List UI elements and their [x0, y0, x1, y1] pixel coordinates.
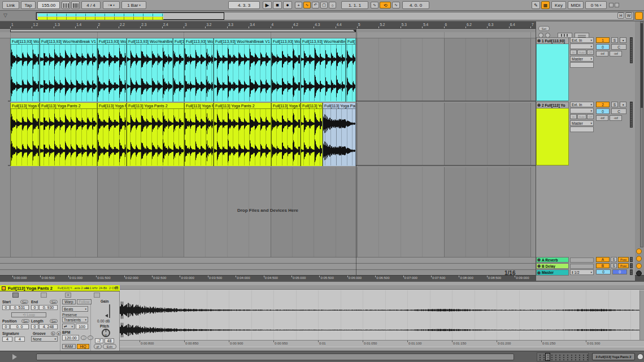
- loop-button[interactable]: ⟲: [380, 2, 391, 8]
- loop-toggle-button[interactable]: ⟲Loop: [11, 312, 46, 317]
- return-b-field[interactable]: [570, 264, 594, 269]
- gain-slider[interactable]: [109, 304, 110, 318]
- return-track-a-header[interactable]: ◉A Reverb A S Post: [536, 257, 636, 263]
- record-button[interactable]: ●: [283, 1, 292, 9]
- track-1-input-channel-chooser[interactable]: ▾: [570, 43, 594, 49]
- returns-show-toggle[interactable]: [636, 263, 642, 269]
- track-2-solo-button[interactable]: S: [611, 102, 618, 107]
- position-bars-field[interactable]: 0: [2, 324, 10, 329]
- transpose-field[interactable]: -7: [95, 338, 103, 343]
- transient-loop-mode-chooser[interactable]: ⇄▾: [62, 324, 75, 329]
- save-sample-icon[interactable]: ▤: [115, 286, 119, 290]
- mixer-show-toggle[interactable]: [636, 271, 642, 276]
- groove-menu-button[interactable]: ▾: [56, 332, 61, 335]
- segment-bpm-field[interactable]: 120.00: [62, 335, 79, 341]
- loop-length-field[interactable]: 4. 0. 0: [402, 1, 429, 9]
- arrangement-clip[interactable]: Full[113,93] WooYe: [10, 38, 40, 102]
- return-b-name[interactable]: ◉B Delay: [536, 263, 569, 269]
- sample-display[interactable]: 0:00:8000:00:8500:00:9000:00:9500:010:01…: [120, 285, 644, 352]
- key-map-button[interactable]: Key: [551, 1, 566, 9]
- detune-field[interactable]: 48: [105, 338, 114, 343]
- punch-in-button[interactable]: ∿: [371, 2, 378, 8]
- track-1-arm-button[interactable]: ●: [620, 37, 626, 43]
- io-show-toggle[interactable]: [636, 248, 642, 254]
- arrangement-clip[interactable]: Full[113,93] WooYeahBreak V1 1: [40, 38, 97, 102]
- notification-lamp-icon[interactable]: [637, 354, 643, 360]
- cpu-meter[interactable]: 0 %▾: [585, 1, 607, 9]
- return-lane-a[interactable]: [0, 257, 536, 263]
- clip-title-bar[interactable]: Full[113] Yoga Pants 2 Full[113] Y...ant…: [0, 285, 120, 291]
- transient-envelope-field[interactable]: 100: [76, 324, 88, 329]
- track-2-output-channel-chooser[interactable]: [570, 127, 594, 132]
- track-2-name[interactable]: ◉2 Full[113] Yo: [536, 102, 569, 108]
- end-bars-field[interactable]: 0: [31, 305, 38, 310]
- set-locator-button[interactable]: Set: [538, 26, 550, 31]
- transients-chooser[interactable]: Transients▾: [62, 317, 88, 322]
- arrangement-position-field[interactable]: 4. 3. 3: [228, 1, 260, 9]
- track-1-monitor-off[interactable]: Off: [587, 50, 594, 55]
- master-pan[interactable]: 0: [612, 269, 627, 274]
- length-set-button[interactable]: Set: [50, 319, 58, 323]
- track-width-button[interactable]: W: [625, 12, 632, 19]
- vertical-scrollbar[interactable]: [640, 21, 643, 247]
- master-lane[interactable]: [0, 269, 536, 275]
- link-button[interactable]: Link: [2, 1, 19, 9]
- arrangement-clip[interactable]: Full[113] Yoga Pant: [10, 103, 40, 166]
- current-clip-badge[interactable]: 2-Full[113] Yoga Pants 2: [592, 353, 635, 360]
- arrangement-clip[interactable]: Full[113,93] WooYeahBrea: [301, 38, 346, 102]
- midi-map-button[interactable]: MIDI: [568, 1, 584, 9]
- track-2-pan[interactable]: C: [611, 108, 626, 114]
- start-bars-field[interactable]: 0: [2, 305, 10, 310]
- length-bars-field[interactable]: 0: [31, 324, 38, 329]
- track-height-button[interactable]: H: [617, 12, 624, 19]
- track-2-monitor-in[interactable]: In: [570, 114, 577, 119]
- end-set-button[interactable]: Set: [50, 300, 58, 304]
- tab-clip-box[interactable]: [12, 293, 19, 298]
- sample-vscroll[interactable]: [639, 290, 644, 340]
- arrangement-clip[interactable]: Full[113,93] WooYeahBreak V1 1: [214, 38, 271, 102]
- follow-button[interactable]: Follow: [77, 299, 92, 304]
- tap-tempo-button[interactable]: Tap: [21, 1, 36, 9]
- draw-mode-button[interactable]: ✎: [532, 1, 540, 9]
- groove-chooser[interactable]: None▾: [31, 336, 58, 342]
- reenable-automation-button[interactable]: ↶: [312, 2, 319, 8]
- scrub-area[interactable]: [0, 32, 536, 38]
- arrangement-clip[interactable]: Full[113] Yoga Pant: [323, 103, 356, 166]
- master-name[interactable]: ◉Master: [536, 269, 569, 276]
- arrangement-clip[interactable]: Full[113,93] WooYeahBre: [127, 38, 173, 102]
- midi-note-grid[interactable]: [537, 352, 589, 361]
- arrangement-overview[interactable]: [36, 12, 634, 20]
- arrangement-clip[interactable]: Full[1: [173, 38, 184, 102]
- preview-play-icon[interactable]: [12, 354, 17, 360]
- return-a-post-toggle[interactable]: Post: [618, 257, 629, 262]
- signature-numerator-field[interactable]: 4: [2, 337, 12, 342]
- arrangement-clip[interactable]: Full[113,93] WooYe: [271, 38, 301, 102]
- track-1-color-swatch[interactable]: [536, 44, 569, 101]
- return-a-solo-button[interactable]: S: [611, 257, 617, 262]
- sends-show-toggle[interactable]: [636, 256, 642, 261]
- sample-time-ruler[interactable]: 0:00:8000:00:8500:00:9000:00:9500:010:01…: [120, 340, 644, 347]
- return-track-b-header[interactable]: ◉B Delay B S Post: [536, 263, 636, 269]
- master-volume[interactable]: 0: [596, 269, 611, 274]
- tempo-field[interactable]: 155.00: [37, 1, 60, 9]
- nudge-down-button[interactable]: [62, 1, 70, 9]
- play-button[interactable]: ▶: [263, 1, 272, 9]
- time-signature-field[interactable]: 4 / 4: [81, 1, 101, 9]
- groove-commit-button[interactable]: ↻: [51, 332, 55, 335]
- overview-viewport[interactable]: [36, 12, 224, 20]
- start-value-field[interactable]: 0. 531: [10, 305, 29, 310]
- arrangement-clip[interactable]: Full[113] Yoga Pant: [271, 103, 301, 166]
- track-1-output-channel-chooser[interactable]: [570, 62, 594, 68]
- track-1-activator[interactable]: 1: [596, 37, 610, 43]
- arrangement-clip[interactable]: Full[113] Yoga Pants 2: [127, 103, 184, 166]
- track-2-monitor-off[interactable]: Off: [587, 114, 594, 119]
- track-1-solo-button[interactable]: S: [611, 37, 618, 43]
- track-1-monitor-in[interactable]: In: [570, 50, 577, 55]
- track-2-color-swatch[interactable]: [536, 108, 569, 165]
- track-1-input-chooser[interactable]: Ext. In▾: [570, 37, 594, 43]
- loop-start-field[interactable]: 1. 1. 1: [341, 1, 368, 9]
- arrangement-clip[interactable]: Full[113] Yoga Pants 2: [214, 103, 271, 166]
- session-record-button[interactable]: ○: [329, 2, 336, 8]
- track-2-input-chooser[interactable]: Ext. In▾: [570, 102, 594, 107]
- bpm-half-button[interactable]: :2: [81, 335, 86, 340]
